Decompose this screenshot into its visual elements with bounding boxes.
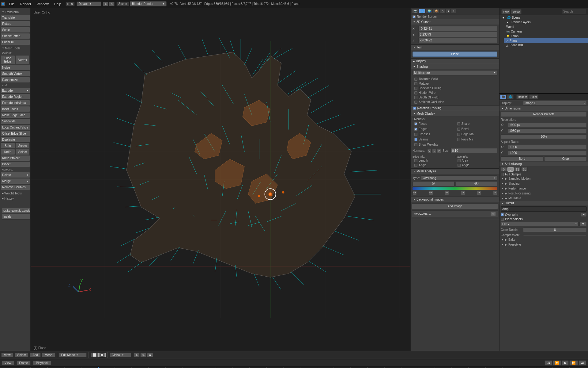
- res-y-input[interactable]: 1080 px: [508, 128, 587, 133]
- shading-mode-dropdown[interactable]: Multitexture: [413, 70, 497, 75]
- transform-orientation-dropdown[interactable]: Global: [110, 353, 131, 357]
- jump-end-btn[interactable]: ⏭: [579, 360, 586, 366]
- tree-lamp[interactable]: 💡 Lamp: [504, 34, 588, 38]
- shading-section2[interactable]: ▶ Shading: [499, 181, 588, 186]
- cursor-z[interactable]: -0.03422: [418, 38, 497, 43]
- overwrite-checkbox[interactable]: [501, 213, 504, 216]
- full-sample-checkbox[interactable]: [501, 173, 504, 176]
- face-ma-checkbox[interactable]: [457, 138, 460, 141]
- view-menu-btn[interactable]: View: [1, 353, 13, 357]
- file-format-settings-btn[interactable]: ▼: [579, 222, 587, 226]
- show-weights-checkbox[interactable]: [414, 143, 417, 146]
- item-header[interactable]: Item: [411, 45, 499, 50]
- extrude-region-btn[interactable]: Extrude Region: [1, 94, 30, 100]
- edges-checkbox[interactable]: [414, 128, 417, 131]
- tree-plane-001[interactable]: △ Plane.001: [504, 43, 588, 48]
- sharp-checkbox[interactable]: [457, 122, 460, 125]
- render-presets-btn[interactable]: Render Presets: [501, 112, 587, 117]
- texture-shading-btn[interactable]: 🔲: [98, 353, 106, 357]
- vertex-normal-btn[interactable]: V: [427, 149, 432, 153]
- shading-header[interactable]: Shading: [411, 64, 499, 69]
- aspect-x-input[interactable]: 1.000: [508, 145, 587, 149]
- vertex-btn[interactable]: Vertex: [16, 55, 30, 64]
- timeline-view-btn[interactable]: View: [2, 361, 14, 365]
- timeline-body[interactable]: -40 -30 -20 -10 0 10 20 30: [0, 367, 588, 368]
- menu-help[interactable]: Help: [52, 2, 64, 6]
- history-section[interactable]: History: [1, 196, 30, 201]
- make-normals-btn[interactable]: Make Normals Consiste: [2, 208, 31, 213]
- aa-section[interactable]: Anti-Aliasing: [499, 162, 588, 166]
- cursor-x[interactable]: -0.32461: [418, 26, 497, 31]
- face-normal-btn[interactable]: F: [437, 149, 441, 153]
- aspect-y-input[interactable]: 1.000: [508, 151, 587, 155]
- smooth-vertex-btn[interactable]: Smooth Vertex: [1, 71, 30, 77]
- anim-tab[interactable]: Anim: [529, 94, 539, 99]
- scene-icon-btn[interactable]: 🌐: [507, 94, 514, 99]
- cursor-y[interactable]: 2.23373: [418, 32, 497, 37]
- hidden-wire-checkbox[interactable]: [414, 91, 417, 94]
- aa-11-btn[interactable]: 11: [514, 167, 521, 172]
- file-format-dropdown[interactable]: PNG: [501, 222, 579, 226]
- outliner-search[interactable]: [562, 9, 586, 14]
- angle-to-input[interactable]: 45°: [456, 181, 498, 186]
- menu-render[interactable]: Render: [18, 2, 34, 6]
- randomize-btn[interactable]: Randomize: [1, 77, 30, 83]
- edit-mode-dropdown[interactable]: Edit Mode: [59, 353, 87, 357]
- bg-item-close-btn[interactable]: ✕: [490, 212, 496, 216]
- bg-images-header[interactable]: Background Images: [411, 197, 499, 202]
- render-border-checkbox[interactable]: [413, 15, 416, 18]
- placeholders-checkbox[interactable]: [501, 218, 504, 221]
- display-header[interactable]: Display: [411, 59, 499, 64]
- bisect-btn[interactable]: Bisect: [1, 161, 30, 167]
- knife-btn[interactable]: Knife: [1, 149, 15, 155]
- menu-file[interactable]: File: [7, 2, 17, 6]
- subdivide-btn[interactable]: Subdivide: [1, 118, 30, 124]
- weight-tools-section[interactable]: Weight Tools: [1, 190, 30, 196]
- transform-section[interactable]: Transform: [1, 9, 30, 14]
- solid-shading-btn[interactable]: ⬜: [91, 353, 98, 357]
- mesh-analysis-header[interactable]: Mesh Analysis: [411, 169, 499, 174]
- timeline-frame-btn[interactable]: Frame: [17, 361, 31, 365]
- loop-cut-btn[interactable]: Loop Cut and Slide: [1, 125, 30, 130]
- pushpull-btn[interactable]: PushPull: [1, 39, 30, 45]
- analysis-btn1[interactable]: +X: [413, 191, 417, 195]
- select-menu-btn[interactable]: Select: [15, 353, 29, 357]
- motion-tracking-checkbox[interactable]: [413, 107, 416, 110]
- snap-btn[interactable]: ⊕: [134, 353, 140, 357]
- output-path[interactable]: Amp\: [501, 206, 587, 212]
- color-depth-input[interactable]: 8: [523, 228, 587, 232]
- scale-btn[interactable]: Scale: [1, 27, 30, 33]
- bevel-checkbox[interactable]: [457, 128, 460, 131]
- analysis-btn6[interactable]: -Z: [493, 191, 497, 195]
- mesh-menu-btn[interactable]: Mesh: [42, 353, 55, 357]
- compression-input[interactable]: [523, 235, 587, 236]
- view-btn[interactable]: View: [501, 9, 510, 14]
- translate-btn[interactable]: Translate: [1, 15, 30, 21]
- spin-btn[interactable]: Spin: [1, 143, 15, 149]
- bord-btn[interactable]: Bord: [501, 156, 543, 161]
- viewport[interactable]: User Ortho: [31, 8, 410, 351]
- creases-checkbox[interactable]: [414, 133, 417, 136]
- mesh-display-header[interactable]: Mesh Display: [411, 111, 499, 116]
- faces-checkbox[interactable]: [414, 122, 417, 125]
- cursor-header[interactable]: 3D Cursor: [411, 19, 499, 25]
- item-name-input[interactable]: Plane: [413, 52, 497, 57]
- render-tab[interactable]: Render: [516, 94, 529, 99]
- analysis-btn4[interactable]: -X: [461, 191, 465, 195]
- proportional-edit-btn[interactable]: ◎: [140, 353, 146, 357]
- output-settings-btn[interactable]: ▼: [581, 213, 587, 217]
- crop-btn[interactable]: Crop: [544, 156, 587, 161]
- textured-solid-checkbox[interactable]: [414, 78, 417, 81]
- angle-from-input[interactable]: 0°: [413, 181, 454, 186]
- matcap-checkbox[interactable]: [414, 82, 417, 85]
- analysis-btn5[interactable]: -Y: [477, 191, 481, 195]
- material-props-icon[interactable]: ●: [446, 9, 450, 13]
- shrink-fatten-btn[interactable]: Shrink/Fatten: [1, 33, 30, 39]
- tree-scene[interactable]: ▼ 🌐 Scene: [499, 15, 588, 20]
- offset-edge-btn[interactable]: Offset Edge Slide: [1, 131, 30, 136]
- rotate-btn[interactable]: Rotate: [1, 21, 30, 27]
- world-props-icon[interactable]: 🌍: [426, 9, 432, 13]
- timeline-playback-btn[interactable]: Playback: [33, 361, 51, 365]
- inside-btn[interactable]: Inside: [2, 214, 31, 220]
- layout-selector[interactable]: Default: [77, 2, 101, 6]
